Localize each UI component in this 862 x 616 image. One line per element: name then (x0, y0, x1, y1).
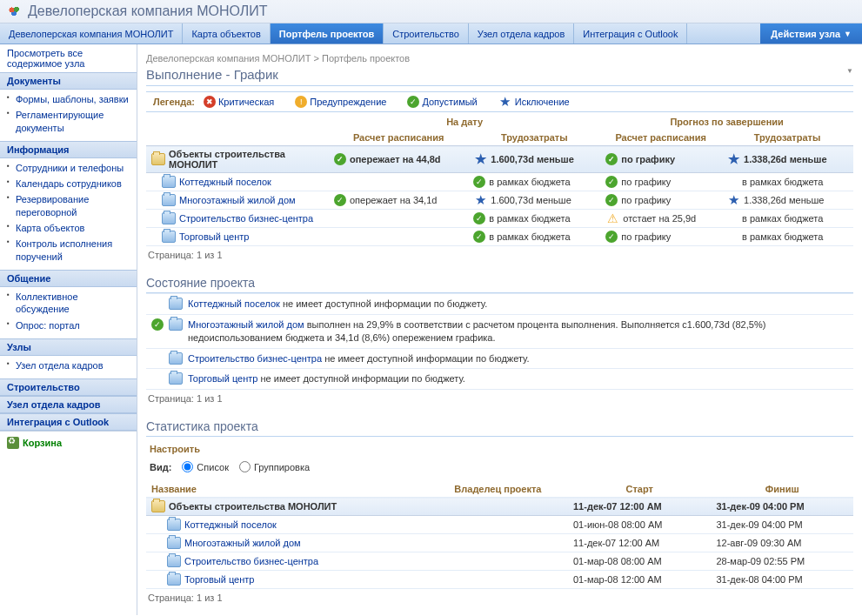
sidebar-section[interactable]: Документы (0, 72, 137, 90)
project-link[interactable]: Многоэтажный жилой дом (179, 195, 296, 205)
chevron-down-icon[interactable]: ▼ (846, 67, 853, 75)
grid-pager: Страница: 1 из 1 (146, 246, 853, 264)
warn-tri-icon: ⚠ (605, 212, 619, 224)
folder-icon (169, 298, 183, 310)
project-link[interactable]: Коттеджный поселок (179, 177, 271, 187)
sidebar-item[interactable]: Контроль исполнения поручений (7, 236, 133, 264)
tab-0[interactable]: Девелоперская компания МОНОЛИТ (0, 23, 183, 44)
top-nav: Девелоперская компания МОНОЛИТКарта объе… (0, 23, 862, 44)
project-link[interactable]: Коттеджный поселок (188, 298, 280, 309)
col-effort-2[interactable]: Трудозатраты (721, 130, 853, 146)
project-link[interactable]: Строительство бизнес-центра (184, 556, 318, 566)
page-title: Выполнение - График ▼ (146, 67, 853, 86)
stats-section-title: Статистика проекта (146, 412, 853, 437)
tab-5[interactable]: Интеграция с Outlook (574, 23, 687, 44)
folder-icon (169, 372, 183, 385)
table-row[interactable]: Многоэтажный жилой дом✓опережает на 34,1… (146, 191, 853, 210)
status-list: Коттеджный поселок не имеет доступной ин… (146, 293, 853, 390)
stats-grid: Название Владелец проекта Старт Финиш Об… (146, 481, 853, 589)
star-icon: ★ (726, 153, 740, 165)
table-row[interactable]: Торговый центр✓в рамках бюджета✓по графи… (146, 228, 853, 246)
configure-link[interactable]: Настроить (150, 444, 200, 454)
breadcrumb-leaf: Портфель проектов (322, 53, 410, 64)
status-row: Торговый центр не имеет доступной информ… (146, 369, 853, 390)
star-icon: ★ (498, 96, 512, 108)
ok-icon: ✓ (605, 176, 618, 188)
recycle-bin[interactable]: Корзина (0, 431, 137, 454)
project-link[interactable]: Торговый центр (188, 373, 257, 384)
view-list-radio[interactable]: Список (182, 461, 229, 472)
sidebar-item[interactable]: Резервирование переговорной (7, 191, 133, 220)
ok-icon: ✓ (407, 96, 419, 108)
sidebar-section[interactable]: Узлы (0, 338, 137, 356)
breadcrumb: Девелоперская компания МОНОЛИТ > Портфел… (146, 51, 853, 67)
view-all-link[interactable]: Просмотреть все содержимое узла (0, 44, 137, 72)
legend-link[interactable]: Допустимый (422, 97, 477, 107)
legend-link[interactable]: Предупреждение (310, 97, 386, 107)
sidebar-item[interactable]: Регламентирующие документы (7, 107, 133, 136)
project-link[interactable]: Коттеджный поселок (184, 519, 277, 530)
col-finish[interactable]: Финиш (711, 481, 853, 498)
sidebar-item[interactable]: Формы, шаблоны, заявки (7, 91, 133, 107)
col-calc-2[interactable]: Расчет расписания (600, 130, 721, 146)
col-owner[interactable]: Владелец проекта (428, 481, 568, 498)
status-row: ✓Многоэтажный жилой дом выполнен на 29,9… (146, 315, 853, 349)
category-row[interactable]: Объекты строительства МОНОЛИТ11-дек-07 1… (146, 498, 853, 516)
table-row[interactable]: Строительство бизнес-центра01-мар-08 08:… (146, 552, 853, 571)
project-link[interactable]: Строительство бизнес-центра (188, 353, 322, 364)
col-name[interactable]: Название (146, 481, 428, 498)
status-row: Коттеджный поселок не имеет доступной ин… (146, 294, 853, 315)
folder-icon (162, 194, 176, 206)
legend-label: Легенда: (153, 97, 195, 107)
ok-icon: ✓ (473, 231, 485, 243)
col-calc-1[interactable]: Расчет расписания (329, 130, 468, 146)
chevron-down-icon: ▼ (844, 30, 852, 38)
legend-link[interactable]: Исключение (515, 97, 570, 107)
ok-icon: ✓ (605, 231, 618, 243)
sidebar-section[interactable]: Информация (0, 141, 137, 158)
tab-2[interactable]: Портфель проектов (271, 23, 384, 44)
sidebar-item[interactable]: Карта объектов (7, 220, 133, 236)
warn-icon: ! (295, 96, 307, 108)
project-link[interactable]: Торговый центр (184, 574, 254, 585)
sidebar-section[interactable]: Интеграция с Outlook (0, 413, 137, 431)
project-link[interactable]: Многоэтажный жилой дом (184, 538, 301, 548)
sidebar-item[interactable]: Опрос: портал (7, 318, 133, 333)
sidebar-item[interactable]: Коллективное обсуждение (7, 289, 133, 318)
view-group-radio[interactable]: Группировка (239, 461, 310, 472)
breadcrumb-root[interactable]: Девелоперская компания МОНОЛИТ (146, 53, 311, 64)
sidebar-section[interactable]: Узел отдела кадров (0, 396, 137, 413)
sidebar-item[interactable]: Сотрудники и телефоны (7, 160, 133, 176)
sidebar-item[interactable]: Узел отдела кадров (7, 358, 133, 373)
col-group-on-date: На дату (329, 114, 600, 130)
folder-icon (162, 212, 176, 224)
table-row[interactable]: Строительство бизнес-центра✓в рамках бюд… (146, 210, 853, 228)
table-row[interactable]: Торговый центр01-мар-08 12:00 AM31-дек-0… (146, 571, 853, 589)
tab-1[interactable]: Карта объектов (183, 23, 270, 44)
category-row[interactable]: Объекты строительства МОНОЛИТ✓опережает … (146, 146, 853, 173)
col-start[interactable]: Старт (568, 481, 711, 498)
ok-icon: ✓ (473, 176, 485, 188)
folder-icon (162, 176, 176, 188)
legend-item: !Предупреждение (295, 96, 386, 108)
col-effort-1[interactable]: Трудозатраты (468, 130, 600, 146)
status-pager: Страница: 1 из 1 (146, 390, 853, 407)
sidebar-section[interactable]: Строительство (0, 378, 137, 396)
table-row[interactable]: Многоэтажный жилой дом11-дек-07 12:00 AM… (146, 534, 853, 552)
site-actions-button[interactable]: Действия узла ▼ (760, 23, 862, 44)
project-link[interactable]: Торговый центр (179, 231, 249, 242)
view-label: Вид: (150, 462, 171, 472)
project-link[interactable]: Строительство бизнес-центра (179, 213, 313, 224)
tab-3[interactable]: Строительство (384, 23, 469, 44)
legend-link[interactable]: Критическая (218, 97, 274, 107)
project-link[interactable]: Многоэтажный жилой дом (188, 319, 304, 330)
sidebar-item[interactable]: Календарь сотрудников (7, 176, 133, 191)
table-row[interactable]: Коттеджный поселок✓в рамках бюджета✓по г… (146, 173, 853, 191)
ok-icon: ✓ (605, 153, 618, 165)
legend-item: ✓Допустимый (407, 96, 477, 108)
sidebar-section[interactable]: Общение (0, 270, 137, 287)
folder-icon (169, 318, 183, 331)
tab-4[interactable]: Узел отдела кадров (469, 23, 575, 44)
app-logo-icon (7, 4, 23, 18)
table-row[interactable]: Коттеджный поселок01-июн-08 08:00 AM31-д… (146, 516, 853, 534)
